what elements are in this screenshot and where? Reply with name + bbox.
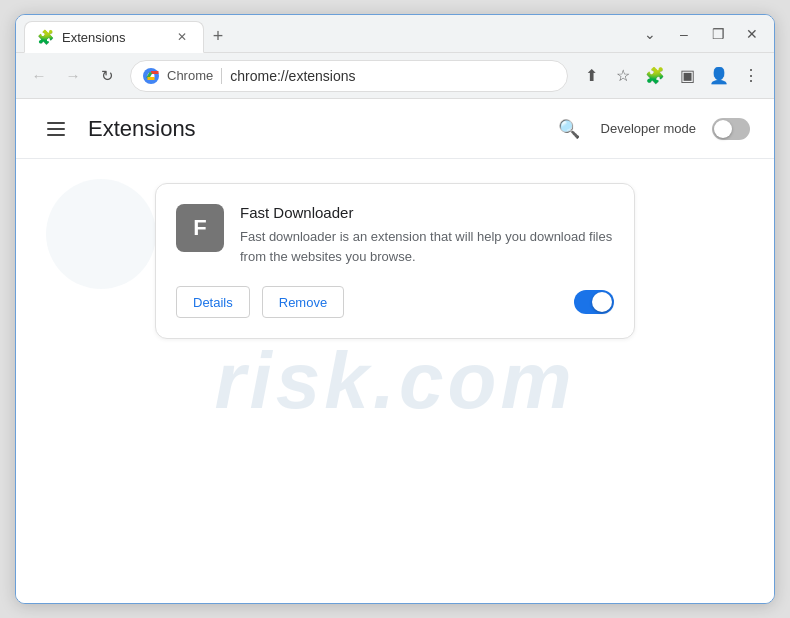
toolbar: ← → ↻ Chrome chrome://extensions ⬆ ☆ 🧩 ▣ xyxy=(16,53,774,99)
omnibox-url: chrome://extensions xyxy=(230,68,555,84)
window-control-chevron[interactable]: ⌄ xyxy=(636,23,664,45)
dev-mode-toggle-knob xyxy=(714,120,732,138)
extension-enable-toggle[interactable] xyxy=(574,290,614,314)
details-button[interactable]: Details xyxy=(176,286,250,318)
side-panel-button[interactable]: ▣ xyxy=(672,61,702,91)
watermark-text: risk.com xyxy=(214,335,575,427)
extension-card: F Fast Downloader Fast downloader is an … xyxy=(155,183,635,339)
new-tab-button[interactable]: + xyxy=(204,22,232,50)
hamburger-line-3 xyxy=(47,134,65,136)
page-title: Extensions xyxy=(88,116,196,142)
page-content: Extensions 🔍 Developer mode risk.com F xyxy=(16,99,774,603)
menu-button[interactable]: ⋮ xyxy=(736,61,766,91)
window-controls: ⌄ – ❒ ✕ xyxy=(636,23,766,45)
extensions-header: Extensions 🔍 Developer mode xyxy=(16,99,774,159)
hamburger-menu-button[interactable] xyxy=(40,113,72,145)
extension-icon: F xyxy=(176,204,224,252)
profile-button[interactable]: 👤 xyxy=(704,61,734,91)
tab-close-button[interactable]: ✕ xyxy=(173,28,191,46)
forward-button[interactable]: → xyxy=(58,61,88,91)
header-right: 🔍 Developer mode xyxy=(553,113,750,145)
browser-window: 🧩 Extensions ✕ + ⌄ – ❒ ✕ ← → ↻ xyxy=(15,14,775,604)
window-control-minimize[interactable]: – xyxy=(670,23,698,45)
extension-toggle-knob xyxy=(592,292,612,312)
active-tab[interactable]: 🧩 Extensions ✕ xyxy=(24,21,204,53)
extensions-main: risk.com F Fast Downloader Fast download… xyxy=(16,159,774,603)
extension-card-top: F Fast Downloader Fast downloader is an … xyxy=(176,204,614,266)
dev-mode-label: Developer mode xyxy=(601,121,696,136)
toolbar-actions: ⬆ ☆ 🧩 ▣ 👤 ⋮ xyxy=(576,61,766,91)
magnifier-bg xyxy=(46,179,156,289)
hamburger-line-2 xyxy=(47,128,65,130)
hamburger-line-1 xyxy=(47,122,65,124)
back-button[interactable]: ← xyxy=(24,61,54,91)
search-button[interactable]: 🔍 xyxy=(553,113,585,145)
omnibox[interactable]: Chrome chrome://extensions xyxy=(130,60,568,92)
title-bar: 🧩 Extensions ✕ + ⌄ – ❒ ✕ xyxy=(16,15,774,53)
tab-area: 🧩 Extensions ✕ + xyxy=(24,15,636,52)
window-control-close[interactable]: ✕ xyxy=(738,23,766,45)
extension-description: Fast downloader is an extension that wil… xyxy=(240,227,614,266)
reload-button[interactable]: ↻ xyxy=(92,61,122,91)
omnibox-site-label: Chrome xyxy=(167,68,213,83)
remove-button[interactable]: Remove xyxy=(262,286,344,318)
omnibox-divider xyxy=(221,68,222,84)
bookmark-button[interactable]: ☆ xyxy=(608,61,638,91)
extension-card-bottom: Details Remove xyxy=(176,286,614,318)
dev-mode-toggle[interactable] xyxy=(712,118,750,140)
tab-title: Extensions xyxy=(62,30,126,45)
extension-name: Fast Downloader xyxy=(240,204,614,221)
tab-favicon: 🧩 xyxy=(37,29,54,45)
extension-info: Fast Downloader Fast downloader is an ex… xyxy=(240,204,614,266)
share-button[interactable]: ⬆ xyxy=(576,61,606,91)
extensions-button[interactable]: 🧩 xyxy=(640,61,670,91)
chrome-logo-icon xyxy=(143,68,159,84)
window-control-maximize[interactable]: ❒ xyxy=(704,23,732,45)
